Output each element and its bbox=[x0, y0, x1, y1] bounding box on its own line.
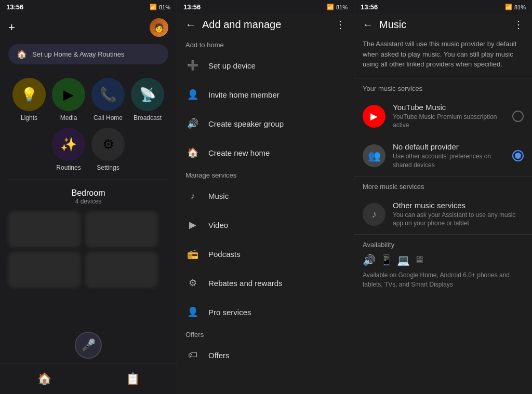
other-music-sub: You can ask your Assistant to use any mu… bbox=[393, 211, 524, 228]
create-speaker-label: Create speaker group bbox=[208, 119, 284, 128]
menu-item-create-home[interactable]: 🏠 Create new home bbox=[177, 138, 354, 167]
status-bar-2: 13:56 📶 81% bbox=[177, 0, 354, 14]
device-card-1[interactable] bbox=[8, 211, 81, 248]
menu-item-offers[interactable]: 🏷 Offers bbox=[177, 341, 354, 370]
more-button-3[interactable]: ⋮ bbox=[513, 18, 524, 31]
add-button[interactable]: + bbox=[8, 21, 15, 34]
other-music-name: Other music services bbox=[393, 201, 524, 210]
quick-action-settings[interactable]: ⚙ Settings bbox=[91, 128, 125, 171]
quick-action-media[interactable]: ▶ Media bbox=[52, 78, 85, 121]
podcasts-icon: 📻 bbox=[185, 247, 200, 261]
no-default-sub: Use other accounts' preferences on share… bbox=[393, 152, 505, 170]
room-devices: 4 devices bbox=[8, 198, 168, 205]
phone-avail-icon: 📱 bbox=[380, 254, 393, 266]
bottom-nav: 🏠 📋 bbox=[0, 363, 177, 394]
speaker-avail-icon: 🔊 bbox=[363, 254, 376, 266]
panel3-title: Music bbox=[379, 19, 513, 31]
youtube-music-radio[interactable] bbox=[512, 111, 524, 122]
menu-item-rebates[interactable]: ⚙ Rebates and rewards bbox=[177, 268, 354, 297]
devices-nav-icon[interactable]: 📋 bbox=[126, 372, 140, 386]
device-card-2[interactable] bbox=[85, 211, 158, 248]
panel3-header: ← Music ⋮ bbox=[354, 14, 532, 37]
battery-3: 81% bbox=[514, 4, 526, 10]
device-card-3[interactable] bbox=[8, 252, 81, 288]
routines-circle: ✨ bbox=[52, 128, 85, 161]
availability-text: Available on Google Home, Android 6.0+ p… bbox=[363, 270, 524, 289]
mic-fab[interactable]: 🎤 bbox=[75, 332, 102, 359]
room-section: Bedroom 4 devices bbox=[0, 184, 177, 207]
device-card-4[interactable] bbox=[85, 252, 158, 288]
more-button-2[interactable]: ⋮ bbox=[335, 18, 345, 31]
broadcast-circle: 📡 bbox=[131, 78, 164, 111]
panel-add-manage: 13:56 📶 81% ← Add and manage ⋮ Add to ho… bbox=[177, 0, 354, 394]
divider-1 bbox=[8, 180, 168, 180]
lights-circle: 💡 bbox=[12, 78, 46, 111]
invite-member-label: Invite home member bbox=[208, 90, 280, 99]
panel2-title: Add and manage bbox=[202, 19, 335, 31]
availability-label: Availability bbox=[363, 241, 524, 249]
status-icons-1: 📶 81% bbox=[150, 4, 170, 10]
routines-banner-icon: 🏠 bbox=[17, 49, 27, 59]
create-home-icon: 🏠 bbox=[185, 145, 200, 160]
menu-item-invite-member[interactable]: 👤 Invite home member bbox=[177, 80, 354, 109]
quick-action-callhome[interactable]: 📞 Call Home bbox=[91, 78, 125, 121]
invite-member-icon: 👤 bbox=[185, 87, 200, 102]
create-home-label: Create new home bbox=[208, 148, 270, 157]
youtube-music-name: YouTube Music bbox=[393, 103, 505, 112]
time-1: 13:56 bbox=[6, 3, 23, 11]
menu-item-pro-services[interactable]: 👤 Pro services bbox=[177, 297, 354, 327]
routines-banner[interactable]: 🏠 Set up Home & Away Routines bbox=[8, 44, 168, 64]
media-circle: ▶ bbox=[52, 78, 85, 111]
menu-item-podcasts[interactable]: 📻 Podcasts bbox=[177, 239, 354, 268]
panel-music: 13:56 📶 81% ← Music ⋮ The Assistant will… bbox=[354, 0, 532, 394]
menu-item-video[interactable]: ▶ Video bbox=[177, 210, 354, 239]
music-icon: ♪ bbox=[185, 188, 200, 203]
quick-actions: 💡 Lights ▶ Media 📞 Call Home 📡 Broadcast… bbox=[0, 70, 177, 175]
panel-google-home: 13:56 📶 81% + 🧑 🏠 Set up Home & Away Rou… bbox=[0, 0, 177, 394]
wifi-icon: 📶 bbox=[150, 4, 157, 10]
video-icon: ▶ bbox=[185, 218, 200, 232]
no-default-radio[interactable] bbox=[512, 150, 524, 161]
youtube-music-icon: ▶ bbox=[363, 105, 385, 128]
quick-action-broadcast[interactable]: 📡 Broadcast bbox=[131, 78, 164, 121]
back-button-2[interactable]: ← bbox=[185, 19, 196, 31]
more-services-label: More music services bbox=[354, 176, 532, 195]
home-nav-icon[interactable]: 🏠 bbox=[37, 372, 51, 386]
settings-label: Settings bbox=[97, 164, 119, 171]
menu-item-setup-device[interactable]: ➕ Set up device bbox=[177, 51, 354, 80]
media-label: Media bbox=[60, 114, 77, 121]
routines-label: Routines bbox=[56, 164, 81, 171]
status-icons-3: 📶 81% bbox=[505, 4, 526, 10]
add-to-home-label: Add to home bbox=[177, 37, 354, 51]
avatar[interactable]: 🧑 bbox=[150, 18, 168, 37]
music-label: Music bbox=[208, 192, 229, 200]
offers-icon: 🏷 bbox=[185, 348, 200, 362]
service-no-default[interactable]: 👥 No default provider Use other accounts… bbox=[354, 136, 532, 176]
settings-circle: ⚙ bbox=[91, 128, 125, 161]
quick-action-lights[interactable]: 💡 Lights bbox=[12, 78, 46, 121]
menu-item-create-speaker-group[interactable]: 🔊 Create speaker group bbox=[177, 109, 354, 138]
setup-device-label: Set up device bbox=[208, 61, 256, 70]
status-icons-2: 📶 81% bbox=[327, 4, 348, 10]
back-button-3[interactable]: ← bbox=[363, 19, 373, 31]
tablet-avail-icon: 💻 bbox=[397, 254, 410, 266]
youtube-music-sub: YouTube Music Premium subscription activ… bbox=[393, 113, 505, 130]
status-bar-1: 13:56 📶 81% bbox=[0, 0, 177, 14]
service-youtube-music[interactable]: ▶ YouTube Music YouTube Music Premium su… bbox=[354, 97, 532, 137]
service-other-music[interactable]: ♪ Other music services You can ask your … bbox=[354, 195, 532, 235]
quick-action-routines[interactable]: ✨ Routines bbox=[52, 128, 85, 171]
no-default-name: No default provider bbox=[393, 142, 505, 151]
no-default-icon: 👥 bbox=[363, 144, 385, 167]
menu-item-music[interactable]: ♪ Music bbox=[177, 181, 354, 210]
room-name: Bedroom bbox=[8, 188, 168, 198]
other-music-info: Other music services You can ask your As… bbox=[393, 201, 524, 228]
create-speaker-icon: 🔊 bbox=[185, 116, 200, 131]
offers-item-label: Offers bbox=[208, 351, 230, 360]
other-music-icon: ♪ bbox=[363, 203, 385, 226]
broadcast-label: Broadcast bbox=[134, 114, 162, 121]
music-description: The Assistant will use this music provid… bbox=[354, 37, 532, 78]
device-grid bbox=[0, 207, 177, 292]
routines-banner-text: Set up Home & Away Routines bbox=[32, 50, 125, 58]
setup-device-icon: ➕ bbox=[185, 58, 200, 73]
podcasts-label: Podcasts bbox=[208, 250, 241, 259]
